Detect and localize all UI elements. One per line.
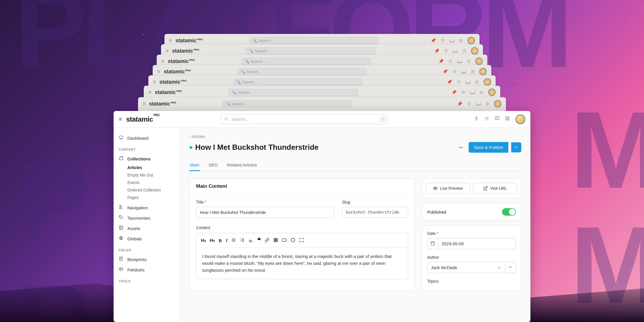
main-content-header: Main Content (190, 179, 415, 194)
table-button[interactable] (273, 238, 278, 243)
blueprints-icon (119, 256, 124, 262)
sidebar-taxonomies[interactable]: Taxonomies (114, 213, 180, 223)
author-label: Author (427, 255, 516, 260)
status-dot (189, 146, 192, 149)
content-textarea[interactable]: I found myself standing in the middle of… (196, 248, 408, 279)
actions-card: Live Preview Visit URL (422, 179, 521, 198)
sidebar-collections-label: Collections (127, 156, 151, 161)
more-actions[interactable]: ••• (456, 143, 466, 152)
author-select[interactable]: Jack McDade× (427, 262, 505, 273)
date-input[interactable] (438, 238, 516, 249)
sidebar-collections[interactable]: Collections (114, 154, 180, 164)
bullet-list-button[interactable] (231, 238, 236, 243)
main-content-card: Main Content Title * Slug (189, 179, 415, 291)
save-dropdown[interactable]: ↵ (511, 142, 521, 152)
taxonomies-icon (119, 215, 124, 221)
svg-rect-6 (119, 136, 123, 139)
author-dropdown[interactable] (505, 262, 516, 273)
pin-icon[interactable] (474, 116, 479, 122)
collection-events[interactable]: Events (127, 179, 180, 186)
sidebar: Dashboard CONTENT Collections Articles E… (114, 128, 180, 322)
tab-seo[interactable]: SEO (208, 160, 218, 171)
tab-related[interactable]: Related Articles (226, 160, 257, 171)
sidebar-dashboard-label: Dashboard (127, 136, 148, 141)
svg-point-22 (435, 188, 436, 189)
collections-icon (119, 156, 124, 162)
svg-point-15 (232, 241, 233, 241)
page-title: How I Met Buckshot Thunderstride (195, 143, 453, 152)
content-editor: H₂ H₃ B I 123 ❝ (196, 233, 408, 279)
collection-articles[interactable]: Articles (127, 164, 180, 171)
top-bar: ≡ statamicPRO / (114, 111, 530, 128)
visit-url-button[interactable]: Visit URL (473, 183, 517, 194)
live-preview-button[interactable]: Live Preview (426, 183, 470, 194)
sidebar-globals[interactable]: Globals (114, 233, 180, 244)
collection-ordered[interactable]: Ordered Collection (127, 186, 180, 194)
sidebar-globals-label: Globals (127, 236, 142, 241)
meta-card: Date * Author Jack McDade× Topics (422, 226, 521, 291)
save-publish-button[interactable]: Save & Publish (469, 142, 508, 153)
svg-point-7 (120, 216, 120, 216)
collection-list: Articles Empty Me Out Events Ordered Col… (114, 164, 180, 202)
sidebar-dashboard[interactable]: Dashboard (114, 133, 180, 143)
h3-button[interactable]: H₃ (210, 238, 215, 243)
svg-point-9 (120, 227, 121, 227)
svg-point-13 (232, 239, 233, 239)
svg-rect-23 (431, 242, 434, 245)
bg-word-p1: P (17, 155, 84, 248)
sidebar-fieldsets[interactable]: Fieldsets (114, 264, 180, 275)
sidebar-section-content: CONTENT (114, 143, 180, 154)
book-icon[interactable] (495, 116, 499, 122)
slug-input[interactable] (342, 207, 408, 218)
collection-pages[interactable]: Pages (127, 194, 180, 201)
svg-rect-19 (274, 238, 277, 242)
fieldsets-icon (119, 267, 124, 273)
editor-toolbar: H₂ H₃ B I 123 ❝ (196, 233, 408, 248)
dashboard-icon[interactable] (505, 116, 510, 122)
globals-icon (119, 236, 124, 241)
date-picker-button[interactable] (427, 238, 438, 249)
search-wrap: / (221, 114, 388, 124)
topics-label: Topics (427, 279, 516, 283)
link-button[interactable] (265, 238, 269, 243)
embed-button[interactable] (291, 238, 295, 243)
search-icon (224, 116, 228, 122)
breadcrumb[interactable]: ‹ Articles (189, 134, 205, 139)
menu-toggle[interactable]: ≡ (119, 116, 122, 122)
svg-rect-5 (508, 119, 509, 120)
code-button[interactable] (282, 238, 287, 243)
svg-rect-20 (283, 239, 286, 241)
author-clear[interactable]: × (497, 265, 501, 270)
sidebar-assets-label: Assets (127, 226, 140, 231)
bold-button[interactable]: B (219, 238, 222, 243)
svg-point-14 (232, 240, 233, 240)
collection-empty[interactable]: Empty Me Out (127, 171, 180, 179)
slug-label: Slug (342, 200, 408, 204)
italic-button[interactable]: I (226, 238, 228, 243)
tabs: Main SEO Related Articles (189, 160, 521, 171)
fullscreen-button[interactable] (299, 238, 304, 243)
search-input[interactable] (221, 114, 388, 124)
chevron-left-icon: ‹ (189, 134, 191, 139)
svg-rect-2 (506, 117, 507, 118)
gear-icon[interactable] (484, 116, 489, 122)
title-input[interactable] (196, 207, 334, 218)
ordered-list-button[interactable]: 123 (240, 238, 245, 243)
sidebar-blueprints[interactable]: Blueprints (114, 254, 180, 264)
title-field: Title * (196, 200, 334, 218)
svg-point-21 (291, 238, 295, 242)
user-avatar[interactable] (515, 114, 525, 124)
sidebar-navigation[interactable]: Navigation (114, 202, 180, 213)
clear-format-button[interactable] (249, 238, 253, 243)
sidebar-navigation-label: Navigation (127, 205, 148, 210)
title-label: Title * (196, 200, 334, 204)
published-toggle[interactable] (502, 208, 516, 216)
dashboard-nav-icon (119, 135, 124, 141)
quote-button[interactable]: ❝ (257, 237, 261, 244)
sidebar-fieldsets-label: Fieldsets (127, 267, 145, 272)
tab-main[interactable]: Main (189, 160, 200, 171)
app-logo: statamicPRO (126, 115, 160, 123)
sidebar-assets[interactable]: Assets (114, 223, 180, 233)
svg-rect-4 (506, 119, 507, 120)
h2-button[interactable]: H₂ (201, 238, 206, 243)
